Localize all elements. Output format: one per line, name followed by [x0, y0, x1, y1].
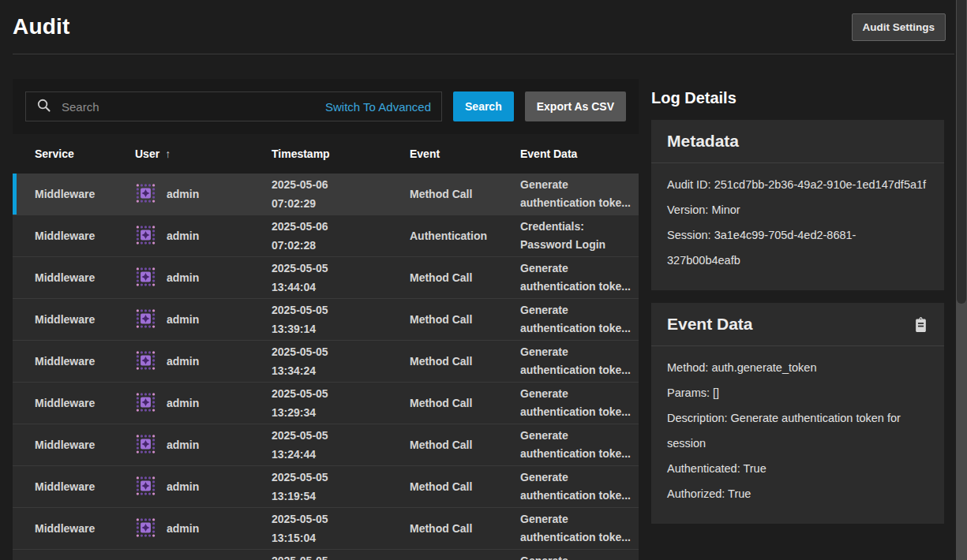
- clipboard-icon: [913, 323, 928, 335]
- event-data-cell: Generate authentication toke...: [520, 299, 639, 340]
- timestamp-time: 13:29:34: [272, 403, 410, 422]
- column-header-service[interactable]: Service: [13, 147, 135, 160]
- user-cell: admin: [135, 182, 272, 207]
- log-details-panel: Log Details Metadata Audit ID: 251cd7bb-…: [651, 79, 944, 560]
- page-scrollbar[interactable]: [956, 0, 967, 560]
- service-cell: Middleware: [13, 397, 135, 409]
- event-data-cell: Generate authentication toke...: [520, 508, 639, 549]
- scrollbar-thumb[interactable]: [957, 0, 966, 304]
- search-toolbar: Switch To Advanced Search Export As CSV: [13, 79, 639, 134]
- timestamp-cell: 2025-05-05 13:10:14: [272, 551, 410, 560]
- header-divider: [13, 54, 954, 54]
- service-cell: Middleware: [13, 439, 135, 451]
- audit-log-table-panel: Switch To Advanced Search Export As CSV …: [13, 79, 639, 560]
- user-cell: admin: [135, 517, 272, 541]
- user-cell: admin: [135, 224, 272, 248]
- user-avatar-icon: [135, 182, 156, 207]
- copy-event-data-button[interactable]: [913, 316, 928, 333]
- detail-line: Params: []: [667, 380, 928, 405]
- user-cell: admin: [135, 433, 272, 457]
- timestamp-cell: 2025-05-06 07:02:28: [272, 217, 410, 255]
- table-row[interactable]: Middleware ad: [13, 549, 639, 560]
- timestamp-date: 2025-05-05: [272, 510, 410, 528]
- detail-line: Authenticated: True: [667, 456, 928, 481]
- user-cell: admin: [135, 266, 272, 290]
- user-avatar-icon: [135, 224, 156, 248]
- column-header-user[interactable]: User↑: [135, 147, 272, 160]
- service-cell: Middleware: [13, 230, 135, 242]
- table-row[interactable]: Middleware ad: [13, 215, 639, 256]
- service-cell: Middleware: [13, 188, 135, 200]
- user-name: admin: [167, 439, 199, 451]
- service-cell: Middleware: [13, 271, 135, 284]
- timestamp-time: 13:34:24: [272, 361, 410, 380]
- event-data-card: Event Data Method: auth.generate_tokenPa…: [651, 303, 944, 524]
- table-row[interactable]: Middleware ad: [13, 424, 639, 465]
- table-row[interactable]: Middleware ad: [13, 298, 639, 340]
- main-content: Switch To Advanced Search Export As CSV …: [0, 79, 967, 560]
- table-row[interactable]: Middleware ad: [13, 256, 639, 298]
- service-cell: Middleware: [13, 480, 135, 493]
- event-data-cell: Generate authentication toke...: [520, 550, 639, 560]
- event-cell: Method Call: [410, 397, 520, 409]
- user-avatar-icon: [135, 266, 156, 290]
- timestamp-date: 2025-05-05: [272, 384, 410, 403]
- timestamp-time: 13:24:44: [272, 445, 410, 464]
- metadata-card-body: Audit ID: 251cd7bb-2b36-49a2-910e-1ed147…: [651, 163, 944, 290]
- switch-to-advanced-link[interactable]: Switch To Advanced: [325, 100, 431, 114]
- user-name: admin: [167, 522, 199, 535]
- search-icon: [36, 98, 51, 116]
- user-name: admin: [167, 271, 199, 284]
- event-cell: Method Call: [410, 522, 520, 535]
- user-name: admin: [167, 188, 199, 200]
- page-title: Audit: [13, 14, 70, 39]
- service-cell: Middleware: [13, 313, 135, 326]
- metadata-card-header: Metadata: [651, 120, 944, 163]
- user-name: admin: [167, 313, 199, 326]
- timestamp-date: 2025-05-05: [272, 301, 410, 319]
- event-data-cell: Credentials: Password Login: [520, 215, 639, 256]
- timestamp-date: 2025-05-05: [272, 468, 410, 487]
- event-data-cell: Generate authentication toke...: [520, 466, 639, 507]
- user-avatar-icon: [135, 349, 156, 374]
- timestamp-date: 2025-05-06: [272, 175, 410, 194]
- search-input[interactable]: [60, 99, 317, 114]
- detail-line: Session: 3a1e4c99-705d-4ed2-8681-327b00b…: [667, 222, 928, 273]
- event-data-cell: Generate authentication toke...: [520, 424, 639, 465]
- metadata-card-title: Metadata: [667, 132, 739, 151]
- event-cell: Method Call: [410, 355, 520, 368]
- timestamp-time: 13:39:14: [272, 319, 410, 338]
- user-name: admin: [167, 230, 199, 242]
- table-body: Middleware ad: [13, 174, 639, 560]
- user-name: admin: [167, 397, 199, 409]
- event-cell: Method Call: [410, 313, 520, 326]
- user-name: admin: [167, 480, 199, 493]
- table-row[interactable]: Middleware ad: [13, 507, 639, 549]
- export-csv-button[interactable]: Export As CSV: [525, 91, 626, 121]
- timestamp-time: 07:02:29: [272, 194, 410, 213]
- metadata-card: Metadata Audit ID: 251cd7bb-2b36-49a2-91…: [651, 120, 944, 290]
- detail-line: Authorized: True: [667, 481, 928, 506]
- table-row[interactable]: Middleware ad: [13, 382, 639, 424]
- timestamp-date: 2025-05-05: [272, 551, 410, 560]
- search-button[interactable]: Search: [453, 91, 514, 121]
- table-row[interactable]: Middleware ad: [13, 174, 639, 215]
- table-row[interactable]: Middleware ad: [13, 465, 639, 507]
- table-row[interactable]: Middleware ad: [13, 340, 639, 382]
- event-data-cell: Generate authentication toke...: [520, 383, 639, 424]
- column-header-event[interactable]: Event: [410, 147, 520, 160]
- user-avatar-icon: [135, 308, 156, 332]
- user-cell: admin: [135, 391, 272, 416]
- search-box[interactable]: Switch To Advanced: [25, 91, 442, 121]
- column-header-event-data[interactable]: Event Data: [520, 147, 639, 160]
- user-avatar-icon: [135, 517, 156, 541]
- event-cell: Method Call: [410, 439, 520, 451]
- timestamp-cell: 2025-05-05 13:39:14: [272, 301, 410, 338]
- column-header-timestamp[interactable]: Timestamp: [272, 147, 410, 160]
- timestamp-cell: 2025-05-05 13:15:04: [272, 510, 410, 547]
- timestamp-time: 13:15:04: [272, 528, 410, 547]
- event-data-cell: Generate authentication toke...: [520, 341, 639, 382]
- timestamp-time: 13:19:54: [272, 487, 410, 506]
- table-header-row: Service User↑ Timestamp Event Event Data: [13, 134, 639, 174]
- audit-settings-button[interactable]: Audit Settings: [852, 13, 946, 41]
